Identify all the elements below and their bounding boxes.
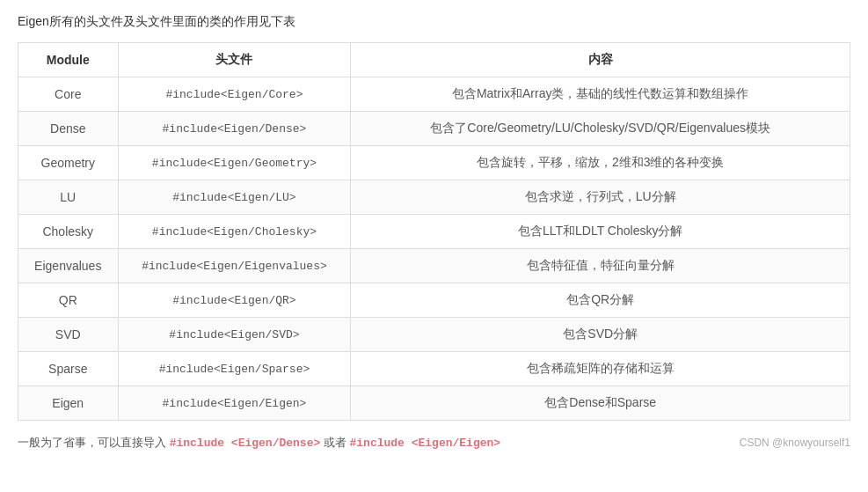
footer-prefix: 一般为了省事，可以直接导入 <box>18 436 170 449</box>
footer-note: 一般为了省事，可以直接导入 #include <Eigen/Dense> 或者 … <box>18 435 850 451</box>
table-header-row: Module 头文件 内容 <box>18 43 850 77</box>
col-header-file: 头文件 <box>118 43 351 77</box>
cell-module: Core <box>18 77 119 112</box>
table-row: Dense#include<Eigen/Dense>包含了Core/Geomet… <box>18 112 850 146</box>
cell-content: 包含了Core/Geometry/LU/Cholesky/SVD/QR/Eige… <box>351 112 850 146</box>
cell-content: 包含Dense和Sparse <box>351 386 850 421</box>
table-row: SVD#include<Eigen/SVD>包含SVD分解 <box>18 318 850 352</box>
cell-module: LU <box>18 180 119 215</box>
table-row: Cholesky#include<Eigen/Cholesky>包含LLT和LD… <box>18 215 850 249</box>
table-row: Eigenvalues#include<Eigen/Eigenvalues>包含… <box>18 249 850 283</box>
cell-module: Cholesky <box>18 215 119 249</box>
cell-header: #include<Eigen/LU> <box>118 180 351 215</box>
table-row: Eigen#include<Eigen/Eigen>包含Dense和Sparse <box>18 386 850 421</box>
footer-include1: #include <Eigen/Dense> <box>170 437 321 450</box>
footer-include2: #include <Eigen/Eigen> <box>350 437 501 450</box>
cell-header: #include<Eigen/Eigenvalues> <box>118 249 351 283</box>
cell-content: 包含Matrix和Array类，基础的线性代数运算和数组操作 <box>351 77 850 112</box>
cell-content: 包含稀疏矩阵的存储和运算 <box>351 352 850 386</box>
cell-module: Eigen <box>18 386 119 421</box>
cell-content: 包含特征值，特征向量分解 <box>351 249 850 283</box>
page-title: Eigen所有的头文件及头文件里面的类的作用见下表 <box>18 14 850 30</box>
cell-content: 包含QR分解 <box>351 283 850 318</box>
cell-content: 包含求逆，行列式，LU分解 <box>351 180 850 215</box>
cell-content: 包含SVD分解 <box>351 318 850 352</box>
cell-header: #include<Eigen/Sparse> <box>118 352 351 386</box>
cell-module: Eigenvalues <box>18 249 119 283</box>
eigen-modules-table: Module 头文件 内容 Core#include<Eigen/Core>包含… <box>18 42 850 421</box>
cell-header: #include<Eigen/QR> <box>118 283 351 318</box>
cell-module: QR <box>18 283 119 318</box>
cell-module: Sparse <box>18 352 119 386</box>
cell-header: #include<Eigen/SVD> <box>118 318 351 352</box>
col-header-module: Module <box>18 43 119 77</box>
cell-module: Dense <box>18 112 119 146</box>
cell-content: 包含旋转，平移，缩放，2维和3维的各种变换 <box>351 146 850 180</box>
cell-module: Geometry <box>18 146 119 180</box>
table-row: QR#include<Eigen/QR>包含QR分解 <box>18 283 850 318</box>
footer-text: 一般为了省事，可以直接导入 #include <Eigen/Dense> 或者 … <box>18 435 500 451</box>
cell-header: #include<Eigen/Core> <box>118 77 351 112</box>
cell-header: #include<Eigen/Eigen> <box>118 386 351 421</box>
table-row: LU#include<Eigen/LU>包含求逆，行列式，LU分解 <box>18 180 850 215</box>
table-row: Sparse#include<Eigen/Sparse>包含稀疏矩阵的存储和运算 <box>18 352 850 386</box>
cell-content: 包含LLT和LDLT Cholesky分解 <box>351 215 850 249</box>
col-header-content: 内容 <box>351 43 850 77</box>
csdn-credit: CSDN @knowyourself1 <box>740 437 850 449</box>
cell-header: #include<Eigen/Dense> <box>118 112 351 146</box>
table-row: Core#include<Eigen/Core>包含Matrix和Array类，… <box>18 77 850 112</box>
cell-module: SVD <box>18 318 119 352</box>
footer-or: 或者 <box>320 436 349 449</box>
cell-header: #include<Eigen/Cholesky> <box>118 215 351 249</box>
table-row: Geometry#include<Eigen/Geometry>包含旋转，平移，… <box>18 146 850 180</box>
cell-header: #include<Eigen/Geometry> <box>118 146 351 180</box>
